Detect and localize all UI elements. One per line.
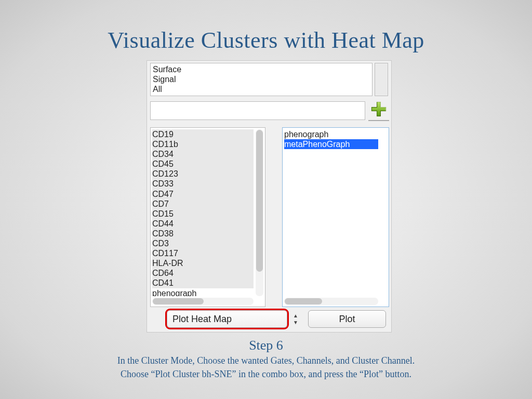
channel-list-item[interactable]: CD64 [152,268,254,278]
cluster-list-hscrollbar[interactable] [284,298,378,305]
step-caption: Step 6 In the Cluster Mode, Choose the w… [0,338,532,380]
channel-list-hscrollbar[interactable] [152,298,254,305]
filter-input[interactable] [150,101,365,120]
filter-row [150,101,389,122]
gate-list-item[interactable]: Surface [153,64,370,74]
channel-list-item[interactable]: CD7 [152,199,254,209]
channel-list-item[interactable]: CD45 [152,159,254,169]
add-button[interactable] [368,100,389,121]
channel-list-item[interactable]: CD34 [152,149,254,159]
cluster-list-item[interactable]: phenograph [284,129,378,139]
cluster-channel-list[interactable]: phenographmetaPhenoGraph [282,127,389,307]
channel-list-item[interactable]: CD33 [152,179,254,189]
channel-list-item[interactable]: CD11b [152,139,254,149]
dialog-panel: SurfaceSignalAll CD19CD11bCD34CD45C [147,60,392,332]
combo-value: Plot Heat Map [172,314,232,325]
channel-list-item[interactable]: CD3 [152,238,254,248]
channel-list-item[interactable]: CD41 [152,278,254,288]
gate-list-item[interactable]: All [153,84,370,94]
plot-button-label: Plot [339,314,355,325]
gate-list-item[interactable]: Signal [153,74,370,84]
step-number: Step 6 [0,338,532,353]
chevron-down-icon: ▼ [293,320,298,325]
channel-list-item[interactable]: phenograph [152,288,254,297]
channel-list-item[interactable]: CD19 [152,129,254,139]
plot-type-combo[interactable]: Plot Heat Map [167,310,287,328]
channel-list-item[interactable]: CD117 [152,248,254,258]
channel-list-item[interactable]: HLA-DR [152,258,254,268]
plot-button[interactable]: Plot [308,310,386,328]
cluster-list-item[interactable]: metaPhenoGraph [284,139,378,149]
step-text-line1: In the Cluster Mode, Choose the wanted G… [0,354,532,367]
bottom-row: Plot Heat Map ▲ ▼ Plot [150,310,389,329]
channel-list-item[interactable]: CD15 [152,209,254,219]
slide-title: Visualize Clusters with Heat Map [0,0,532,54]
chevron-up-icon: ▲ [293,313,298,318]
gate-list[interactable]: SurfaceSignalAll [150,63,373,96]
channel-list-item[interactable]: CD47 [152,189,254,199]
channel-list-item[interactable]: CD38 [152,229,254,238]
step-text-line2: Choose “Plot Cluster bh-SNE” in the comb… [0,368,532,380]
channel-list-item[interactable]: CD44 [152,219,254,229]
channel-list[interactable]: CD19CD11bCD34CD45CD123CD33CD47CD7CD15CD4… [150,127,265,307]
gate-list-scrollbar[interactable] [375,63,388,96]
combo-stepper[interactable]: ▲ ▼ [290,310,301,328]
plus-icon [370,100,388,120]
channel-list-item[interactable]: CD123 [152,169,254,179]
channel-list-vscrollbar[interactable] [256,129,263,296]
